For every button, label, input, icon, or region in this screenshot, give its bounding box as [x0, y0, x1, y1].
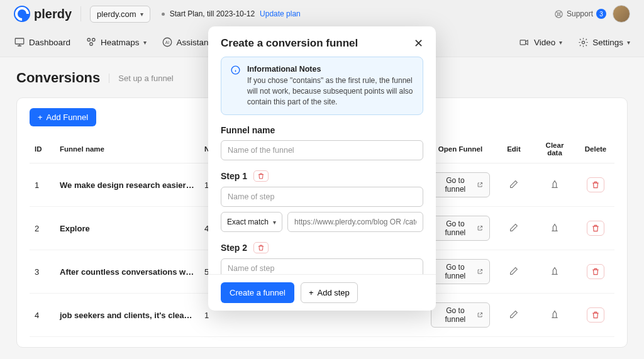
- cell-id: 2: [30, 207, 55, 250]
- chevron-down-icon: ▾: [559, 39, 562, 46]
- match-type-select[interactable]: Exact match ▾: [221, 212, 282, 232]
- nav-settings-label: Settings: [592, 38, 623, 47]
- svg-point-4: [92, 38, 96, 41]
- edit-button[interactable]: [508, 309, 520, 319]
- nav-dashboard-label: Dashboard: [29, 38, 70, 47]
- col-name: Funnel name: [55, 135, 199, 163]
- chevron-down-icon: ▾: [140, 11, 143, 18]
- video-icon: [519, 36, 530, 48]
- info-text: If you chose "contains" as the first rul…: [247, 75, 414, 107]
- col-del: Delete: [577, 135, 614, 163]
- page-title: Conversions: [16, 70, 100, 86]
- delete-button[interactable]: [587, 307, 604, 323]
- support-label: Support: [567, 9, 593, 18]
- support-link[interactable]: Support 3: [554, 9, 606, 19]
- svg-point-1: [558, 13, 560, 15]
- nav-video-label: Video: [534, 38, 555, 47]
- domain-selector[interactable]: plerdy.com ▾: [90, 6, 150, 23]
- cell-name: After countless conversations with job..…: [55, 250, 199, 294]
- col-id: ID: [30, 135, 55, 163]
- nav-settings[interactable]: Settings ▾: [577, 36, 630, 48]
- cell-name: Explore: [55, 207, 199, 250]
- delete-button[interactable]: [587, 221, 604, 236]
- svg-text:AI: AI: [165, 40, 169, 45]
- delete-button[interactable]: [587, 177, 604, 192]
- modal-title: Create a conversion funnel: [221, 37, 358, 50]
- step-title: Step 2: [221, 243, 247, 253]
- step-url-input[interactable]: [287, 212, 423, 232]
- plus-icon: +: [309, 288, 314, 297]
- svg-rect-2: [15, 38, 24, 44]
- add-step-button[interactable]: + Add step: [301, 282, 358, 303]
- close-icon: ✕: [414, 37, 423, 50]
- svg-point-5: [90, 43, 93, 46]
- cell-id: 3: [30, 250, 55, 294]
- step-name-input[interactable]: [221, 258, 423, 274]
- funnel-name-input[interactable]: [221, 140, 423, 160]
- edit-button[interactable]: [508, 179, 520, 189]
- info-note: Informational Notes If you chose "contai…: [221, 57, 423, 115]
- logo-icon: [14, 6, 30, 22]
- add-funnel-label: Add Funnel: [47, 113, 89, 122]
- go-to-funnel-button[interactable]: Go to funnel: [431, 259, 490, 284]
- go-to-funnel-button[interactable]: Go to funnel: [431, 172, 490, 197]
- go-to-funnel-button[interactable]: Go to funnel: [431, 216, 490, 241]
- step-delete-button[interactable]: [253, 170, 269, 182]
- modal-close-button[interactable]: ✕: [414, 36, 423, 50]
- nav-video[interactable]: Video ▾: [519, 36, 562, 48]
- separator: [80, 6, 81, 21]
- clear-data-button[interactable]: [548, 309, 561, 319]
- support-icon: [554, 9, 564, 19]
- nav-heatmaps-label: Heatmaps: [101, 38, 140, 47]
- svg-point-9: [582, 41, 584, 43]
- status-dot-icon: [162, 13, 165, 16]
- funnel-name-label: Funnel name: [221, 125, 423, 135]
- chevron-down-icon: ▾: [143, 39, 147, 46]
- cell-name: We make design research easier and faste…: [55, 163, 199, 207]
- add-funnel-button[interactable]: + Add Funnel: [30, 108, 96, 126]
- chevron-down-icon: ▾: [627, 39, 630, 46]
- add-step-label: Add step: [318, 288, 350, 297]
- create-funnel-modal: Create a conversion funnel ✕ Information…: [208, 26, 436, 311]
- step-title: Step 1: [221, 171, 247, 181]
- col-edit: Edit: [495, 135, 533, 163]
- nav-assistant-label: Assistant: [177, 38, 211, 47]
- delete-button[interactable]: [587, 264, 604, 279]
- cell-id: 4: [30, 294, 55, 337]
- plus-icon: +: [38, 113, 43, 122]
- clear-data-button[interactable]: [548, 223, 561, 233]
- cell-name: job seekers and clients, it's clear ther…: [55, 294, 199, 337]
- col-clear: Clear data: [533, 135, 577, 163]
- heatmap-icon: [86, 36, 97, 48]
- create-funnel-button[interactable]: Create a funnel: [221, 282, 294, 303]
- gear-icon: [577, 36, 589, 48]
- step-name-input[interactable]: [221, 187, 423, 207]
- clear-data-button[interactable]: [548, 266, 561, 276]
- edit-button[interactable]: [508, 266, 520, 276]
- nav-dashboard[interactable]: Dashboard: [14, 36, 70, 48]
- info-title: Informational Notes: [247, 65, 414, 74]
- clear-data-button[interactable]: [548, 179, 561, 189]
- svg-point-3: [87, 38, 91, 41]
- col-open: Open Funnel: [426, 135, 495, 163]
- plan-text: Start Plan, till 2023-10-12: [170, 9, 255, 18]
- chevron-down-icon: ▾: [273, 219, 276, 226]
- brand-logo[interactable]: plerdy: [14, 6, 72, 22]
- monitor-icon: [14, 36, 25, 48]
- cell-id: 1: [30, 163, 55, 207]
- nav-heatmaps[interactable]: Heatmaps ▾: [86, 36, 147, 48]
- page-subtitle: Set up a funnel: [109, 74, 173, 83]
- svg-rect-8: [521, 40, 526, 44]
- info-icon: [230, 65, 241, 75]
- brand-name: plerdy: [34, 7, 72, 21]
- go-to-funnel-button[interactable]: Go to funnel: [431, 302, 490, 328]
- domain-selector-label: plerdy.com: [97, 9, 136, 19]
- support-count-badge: 3: [596, 9, 606, 19]
- edit-button[interactable]: [508, 223, 520, 233]
- update-plan-link[interactable]: Update plan: [260, 9, 301, 18]
- step-delete-button[interactable]: [253, 242, 269, 253]
- ai-icon: AI: [162, 36, 173, 48]
- user-avatar[interactable]: [613, 5, 630, 23]
